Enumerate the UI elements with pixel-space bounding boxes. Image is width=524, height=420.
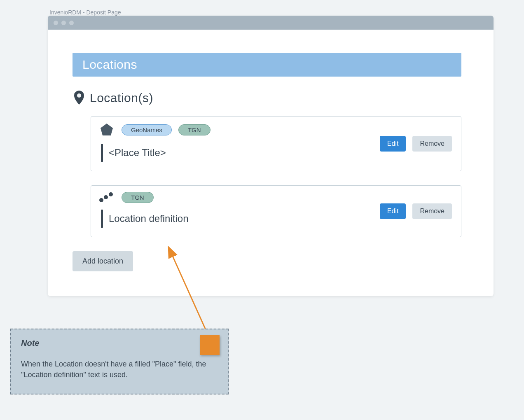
card-title: <Place Title> — [109, 147, 166, 159]
remove-button[interactable]: Remove — [412, 136, 452, 152]
tag-pill-tgn: TGN — [178, 124, 211, 135]
traffic-light-dot — [61, 21, 66, 25]
location-pin-icon — [73, 90, 86, 106]
field-title: Location(s) — [90, 91, 153, 105]
traffic-light-dot — [69, 21, 74, 25]
note-heading: Note — [21, 338, 218, 348]
svg-point-4 — [104, 195, 108, 199]
card-top-row: TGN — [98, 191, 454, 203]
dots-path-icon — [98, 191, 115, 203]
tag-pill-geonames: GeoNames — [122, 124, 172, 135]
section-header: Locations — [73, 53, 461, 77]
traffic-light-dot — [54, 21, 58, 25]
remove-button[interactable]: Remove — [412, 203, 452, 219]
window-label: InvenioRDM - Deposit Page — [49, 9, 121, 16]
note-body: When the Location doesn't have a filled … — [21, 359, 218, 380]
title-accent-bar — [101, 210, 103, 228]
edit-button[interactable]: Edit — [380, 203, 406, 219]
browser-window: Locations Location(s) GeoNames — [48, 16, 494, 296]
svg-point-0 — [77, 93, 81, 98]
location-card: TGN Location definition Edit Remove — [91, 185, 461, 237]
svg-marker-2 — [101, 124, 113, 135]
title-accent-bar — [101, 144, 103, 162]
edit-button[interactable]: Edit — [380, 136, 406, 152]
polygon-icon — [98, 122, 115, 137]
note-box: Note When the Location doesn't have a fi… — [10, 329, 229, 394]
svg-point-5 — [109, 192, 113, 196]
add-button-row: Add location — [73, 251, 461, 271]
card-actions: Edit Remove — [380, 136, 452, 152]
card-title: Location definition — [109, 213, 188, 224]
window-titlebar — [48, 16, 494, 30]
callout-marker — [200, 335, 220, 355]
card-top-row: GeoNames TGN — [98, 122, 454, 137]
tag-pill-tgn: TGN — [122, 192, 154, 203]
card-actions: Edit Remove — [380, 203, 452, 219]
page-body: Locations Location(s) GeoNames — [48, 30, 494, 296]
field-title-row: Location(s) — [73, 90, 461, 106]
svg-point-3 — [99, 198, 103, 202]
location-card: GeoNames TGN <Place Title> Edit Remove — [91, 116, 461, 171]
add-location-button[interactable]: Add location — [73, 251, 133, 271]
